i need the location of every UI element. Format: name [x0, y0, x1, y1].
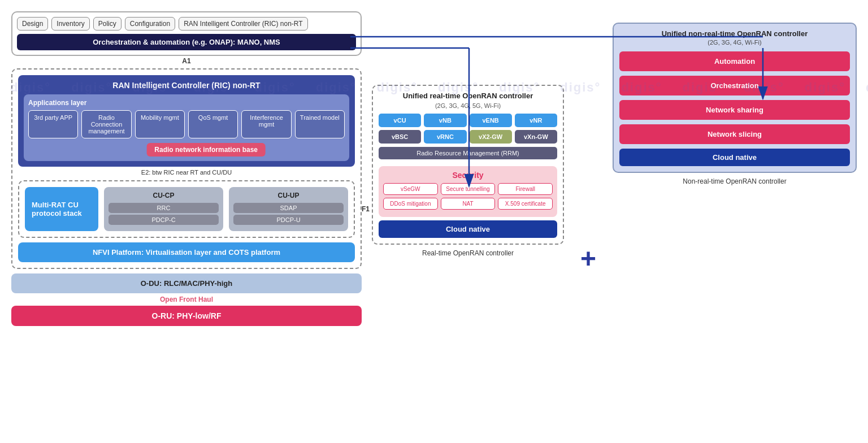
ric-app-interference: Interference mgmt	[241, 110, 291, 138]
nrt-subtitle: (2G, 3G, 4G, Wi-Fi)	[619, 39, 850, 46]
tag-inventory: Inventory	[51, 17, 89, 31]
sec-ddos: DDoS mitigation	[383, 198, 438, 210]
f1-label: F1	[362, 205, 370, 213]
cu-row: Multi-RAT CU protocol stack CU-CP RRC PD…	[25, 187, 348, 231]
main-container: Design Inventory Policy Configuration RA…	[6, 6, 862, 437]
plus-column: +	[574, 11, 602, 432]
nrt-controller-column: Unified non-real-time OpenRAN controller…	[613, 11, 857, 432]
oru-box: O-RU: PHY-low/RF	[11, 306, 362, 326]
nrt-footer-label: Non-real-time OpenRAN controller	[683, 177, 786, 185]
nrt-outer-box: Unified non-real-time OpenRAN controller…	[613, 23, 857, 173]
nrt-cloud-native: Cloud native	[619, 149, 850, 166]
security-row1: vSeGW Secure tunnelling Firewall	[383, 183, 553, 195]
odu-box: O-DU: RLC/MAC/PHY-high	[11, 273, 362, 293]
rt-cell-vx2gw: vX2-GW	[470, 130, 512, 144]
ric-apps-row: 3rd party APP Radio Connection managemen…	[28, 110, 345, 138]
rt-cell-venb: vENB	[470, 114, 512, 127]
orchestration-box: Design Inventory Policy Configuration RA…	[11, 11, 362, 56]
a1-label: A1	[180, 57, 193, 65]
rt-cloud-native: Cloud native	[379, 220, 557, 238]
nfvi-box: NFVI Platform: Virtualisation layer and …	[18, 242, 355, 262]
rt-controller-column: Unified real-time OpenRAN controller (2G…	[372, 11, 564, 432]
left-column: Design Inventory Policy Configuration RA…	[11, 11, 362, 432]
nrt-network-sharing: Network sharing	[619, 100, 850, 120]
ric-app-trained-model: Trained model	[295, 110, 345, 138]
ric-app-layer-label: Applications layer	[28, 99, 345, 107]
rt-grid: vCU vNB vENB vNR vBSC vRNC vX2-GW vXn-GW	[379, 114, 557, 144]
sec-x509: X.509 certificate	[498, 198, 553, 210]
ric-inner-box: RAN Intelligent Controller (RIC) non-RT …	[18, 75, 355, 167]
sec-firewall: Firewall	[498, 183, 553, 195]
cu-label: Multi-RAT CU protocol stack	[25, 187, 98, 231]
rt-rrm: Radio Resource Management (RRM)	[379, 147, 557, 159]
rt-controller-subtitle: (2G, 3G, 4G, 5G, Wi-Fi)	[379, 102, 557, 109]
cu-up-sdap: SDAP	[233, 203, 344, 213]
security-title: Security	[383, 171, 553, 180]
cu-cp-title: CU-CP	[153, 192, 175, 199]
rt-cell-vrnc: vRNC	[424, 130, 466, 144]
plus-sign: +	[580, 243, 596, 274]
rt-outer-box: Unified real-time OpenRAN controller (2G…	[372, 85, 564, 245]
nrt-orchestration: Orchestration	[619, 76, 850, 95]
ric-outer-box: RAN Intelligent Controller (RIC) non-RT …	[11, 68, 362, 269]
nrt-network-slicing: Network slicing	[619, 124, 850, 144]
orchestration-bar: Orchestration & automation (e.g. ONAP): …	[17, 34, 356, 50]
security-row2: DDoS mitigation NAT X.509 certificate	[383, 198, 553, 210]
rt-cell-vnb: vNB	[424, 114, 466, 127]
rt-controller-title: Unified real-time OpenRAN controller	[379, 92, 557, 100]
tag-policy: Policy	[93, 17, 121, 31]
sec-vseGW: vSeGW	[383, 183, 438, 195]
cu-up-pdcp: PDCP-U	[233, 215, 344, 225]
ofh-label: Open Front Haul	[11, 296, 362, 303]
rt-cell-vnr: vNR	[515, 114, 557, 127]
sec-tunnelling: Secure tunnelling	[441, 183, 496, 195]
tag-ric-nonrt: RAN Intelligent Controller (RIC) non-RT	[179, 17, 308, 31]
cu-cp-pdcp: PDCP-C	[108, 215, 219, 225]
ric-apps-container: Applications layer 3rd party APP Radio C…	[24, 94, 349, 161]
ric-app-qos: QoS mgmt	[188, 110, 238, 138]
ric-app-radio-conn: Radio Connection management	[81, 110, 131, 138]
tag-design: Design	[17, 17, 48, 31]
ric-title: RAN Intelligent Controller (RIC) non-RT	[24, 81, 349, 90]
rt-cell-vxngw: vXn-GW	[515, 130, 557, 144]
cu-cp-rrc: RRC	[108, 203, 219, 213]
rt-cell-vcu: vCU	[379, 114, 421, 127]
security-section: Security vSeGW Secure tunnelling Firewal…	[379, 166, 557, 217]
cu-cp-box: CU-CP RRC PDCP-C	[104, 187, 223, 231]
cu-box: Multi-RAT CU protocol stack CU-CP RRC PD…	[18, 180, 355, 238]
nrt-automation: Automation	[619, 51, 850, 71]
sec-nat: NAT	[441, 198, 496, 210]
cu-sub-boxes: CU-CP RRC PDCP-C CU-UP SDAP PDCP-U	[104, 187, 348, 231]
ric-app-mobility: Mobility mgmt	[135, 110, 185, 138]
nrt-title: Unified non-real-time OpenRAN controller	[619, 29, 850, 38]
ric-info-base: Radio network information base	[146, 143, 266, 157]
rt-cell-vbsc: vBSC	[379, 130, 421, 144]
rt-footer-label: Real-time OpenRAN controller	[422, 249, 514, 257]
tag-configuration: Configuration	[125, 17, 175, 31]
orchestration-tags-row: Design Inventory Policy Configuration RA…	[17, 17, 356, 31]
cu-up-box: CU-UP SDAP PDCP-U	[229, 187, 348, 231]
cu-up-title: CU-UP	[278, 192, 300, 199]
ric-app-3rd-party: 3rd party APP	[28, 110, 78, 138]
e2-label: E2: btw RIC near RT and CU/DU	[18, 169, 355, 176]
